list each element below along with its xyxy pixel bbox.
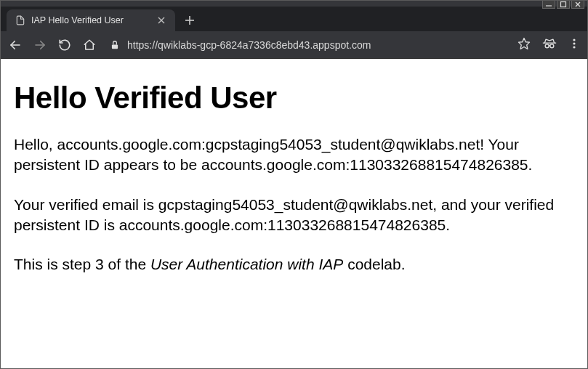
step-paragraph: This is step 3 of the User Authenticatio… [14, 254, 574, 275]
step-text-after: codelab. [343, 256, 405, 272]
verified-paragraph: Your verified email is gcpstaging54053_s… [14, 195, 574, 236]
window-titlebar [1, 1, 587, 7]
page-content: Hello Verified User Hello, accounts.goog… [1, 59, 587, 369]
incognito-icon[interactable] [542, 38, 557, 52]
svg-point-17 [573, 42, 575, 44]
svg-point-14 [550, 44, 554, 47]
new-tab-button[interactable] [180, 10, 200, 31]
address-bar[interactable]: https://qwiklabs-gcp-6824a7336c8ebd43.ap… [107, 35, 507, 55]
svg-marker-11 [519, 38, 530, 49]
file-icon [15, 15, 25, 25]
window-minimize-button[interactable] [542, 0, 555, 9]
greeting-paragraph: Hello, accounts.google.com:gcpstaging540… [14, 134, 574, 176]
back-button[interactable] [8, 38, 23, 52]
step-text-before: This is step 3 of the [14, 256, 150, 272]
tab-close-button[interactable] [156, 15, 166, 25]
window-close-button[interactable] [571, 0, 584, 9]
home-button[interactable] [82, 38, 97, 52]
page-heading: Hello Verified User [14, 81, 574, 115]
lock-icon [110, 40, 120, 50]
svg-rect-1 [561, 2, 566, 7]
svg-point-16 [573, 38, 575, 41]
tab-title: IAP Hello Verified User [31, 15, 150, 25]
codelab-name: User Authentication with IAP [150, 256, 343, 272]
reload-button[interactable] [57, 38, 72, 52]
svg-point-18 [573, 46, 575, 48]
forward-button[interactable] [33, 38, 47, 52]
browser-tab[interactable]: IAP Hello Verified User [7, 9, 175, 31]
tab-bar: IAP Hello Verified User [1, 7, 587, 31]
svg-rect-10 [112, 44, 118, 49]
menu-icon[interactable] [568, 38, 580, 52]
svg-point-13 [545, 44, 549, 47]
star-icon[interactable] [517, 37, 531, 53]
browser-toolbar: https://qwiklabs-gcp-6824a7336c8ebd43.ap… [1, 31, 587, 59]
window-maximize-button[interactable] [557, 0, 570, 9]
url-text: https://qwiklabs-gcp-6824a7336c8ebd43.ap… [127, 39, 371, 51]
